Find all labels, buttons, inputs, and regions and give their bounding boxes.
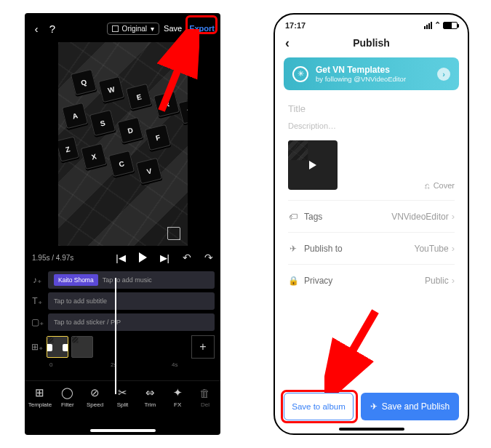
sticker-track-icon[interactable]: ▢₊ — [31, 316, 44, 329]
save-to-album-button[interactable]: Save to album — [284, 393, 354, 420]
video-track-icon[interactable]: ⊞₊ — [31, 340, 44, 353]
chevron-down-icon: ▾ — [151, 25, 154, 33]
cover-button[interactable]: ⎌ Cover — [425, 181, 455, 190]
templates-icon: ✳ — [292, 66, 308, 82]
editor-screen: ‹ ? Original ▾ Save Export Q W E R T A S… — [25, 13, 220, 435]
help-icon[interactable]: ? — [47, 23, 58, 35]
delete-icon: 🗑 — [198, 385, 212, 400]
publish-form: Title Description… ⎌ Cover 🏷Tags VNVideo… — [275, 90, 468, 296]
banner-subtitle: by following @VNVideoEditor — [316, 75, 406, 83]
tool-split[interactable]: ✂Split — [110, 385, 135, 408]
chevron-right-icon: › — [452, 275, 455, 286]
aspect-ratio-button[interactable]: Original ▾ — [107, 23, 159, 35]
trim-icon: ⇔ — [143, 385, 157, 400]
music-clip[interactable]: Kaito Shoma — [54, 274, 98, 286]
title-field[interactable]: Title — [288, 100, 455, 121]
add-clip-button[interactable]: + — [191, 335, 215, 359]
tool-trim[interactable]: ⇔Trim — [137, 385, 162, 408]
transport-bar: 1.95s / 4.97s |◀ ▶| ↶ ↷ — [25, 246, 220, 266]
crop-icon: ⎌ — [425, 181, 430, 190]
status-bar: 17:17 ⌃ — [275, 15, 468, 30]
save-button[interactable]: Save — [164, 24, 182, 33]
tool-speed[interactable]: ⊘Speed — [83, 385, 108, 408]
split-icon: ✂ — [115, 385, 129, 400]
editor-topbar: ‹ ? Original ▾ Save Export — [25, 13, 220, 38]
time-display: 1.95s / 4.97s — [32, 254, 73, 262]
save-and-publish-button[interactable]: ✈ Save and Publish — [361, 393, 459, 420]
music-track[interactable]: Kaito Shoma Tap to add music — [48, 271, 215, 289]
fx-icon: ✦ — [170, 385, 185, 400]
row-tags[interactable]: 🏷Tags VNVideoEditor› — [288, 201, 455, 233]
music-track-icon[interactable]: ♪₊ — [31, 273, 44, 287]
publish-screen: 17:17 ⌃ ‹ Publish ✳ Get VN Templates by … — [274, 13, 469, 435]
chevron-right-icon: › — [452, 243, 455, 254]
home-indicator — [90, 429, 156, 432]
tool-template[interactable]: ⊞Template — [28, 385, 52, 408]
play-overlay-icon — [288, 140, 338, 190]
clip-thumb-selected[interactable] — [47, 336, 68, 358]
banner-go-icon[interactable]: › — [437, 68, 450, 81]
page-title: Publish — [353, 37, 390, 49]
cover-thumbnail[interactable] — [288, 140, 338, 190]
undo-button[interactable]: ↶ — [183, 252, 191, 263]
publish-header: ‹ Publish — [275, 30, 468, 57]
play-button[interactable] — [139, 252, 147, 263]
description-field[interactable]: Description… — [288, 121, 455, 137]
sticker-track[interactable]: Tap to add sticker / PiP — [48, 313, 215, 331]
wifi-icon: ⌃ — [434, 20, 441, 30]
signal-icon — [424, 22, 432, 29]
banner-title: Get VN Templates — [316, 65, 406, 75]
video-preview[interactable]: Q W E R T A S D F Z X C V — [58, 42, 188, 246]
tag-icon: 🏷 — [288, 212, 298, 222]
timeline-tracks: ♪₊ Kaito Shoma Tap to add music T₊ Tap t… — [25, 266, 220, 377]
filter-icon: ◯ — [60, 385, 75, 400]
prev-frame-button[interactable]: |◀ — [116, 252, 125, 263]
row-privacy[interactable]: 🔒Privacy Public› — [288, 265, 455, 296]
fullscreen-icon[interactable] — [167, 227, 180, 240]
music-hint: Tap to add music — [103, 276, 152, 284]
publish-actions: Save to album ✈ Save and Publish — [284, 393, 459, 420]
status-time: 17:17 — [285, 21, 306, 30]
tool-fx[interactable]: ✦FX — [165, 385, 190, 408]
send-icon: ✈ — [288, 244, 298, 254]
template-icon: ⊞ — [33, 385, 47, 400]
export-button[interactable]: Export — [189, 24, 215, 33]
toolbar: ⊞Template ◯Filter ⊘Speed ✂Split ⇔Trim ✦F… — [25, 380, 220, 411]
tool-delete[interactable]: 🗑Del — [193, 385, 217, 408]
subtitle-track[interactable]: Tap to add subtitle — [48, 292, 215, 310]
templates-banner[interactable]: ✳ Get VN Templates by following @VNVideo… — [284, 57, 459, 90]
next-frame-button[interactable]: ▶| — [160, 252, 169, 263]
video-track[interactable]: ⊞₊ + — [31, 335, 215, 359]
redo-button[interactable]: ↷ — [204, 252, 213, 263]
send-icon: ✈ — [370, 401, 378, 412]
playhead[interactable] — [115, 278, 116, 394]
aspect-label: Original — [122, 25, 147, 33]
tool-filter[interactable]: ◯Filter — [55, 385, 80, 408]
back-button[interactable]: ‹ — [285, 36, 290, 51]
preview-keyboard-image: Q W E R T A S D F Z X C V — [58, 42, 188, 246]
aspect-icon — [112, 25, 119, 32]
clip-thumb[interactable] — [71, 336, 93, 358]
back-icon[interactable]: ‹ — [31, 23, 42, 35]
home-indicator — [339, 428, 404, 431]
chevron-right-icon: › — [452, 211, 455, 222]
row-publish-to[interactable]: ✈Publish to YouTube› — [288, 233, 455, 265]
subtitle-track-icon[interactable]: T₊ — [31, 295, 44, 308]
battery-icon — [443, 22, 458, 29]
speed-icon: ⊘ — [88, 385, 103, 400]
time-ruler[interactable]: 0 2s 4s — [31, 361, 215, 375]
lock-icon: 🔒 — [288, 276, 298, 286]
